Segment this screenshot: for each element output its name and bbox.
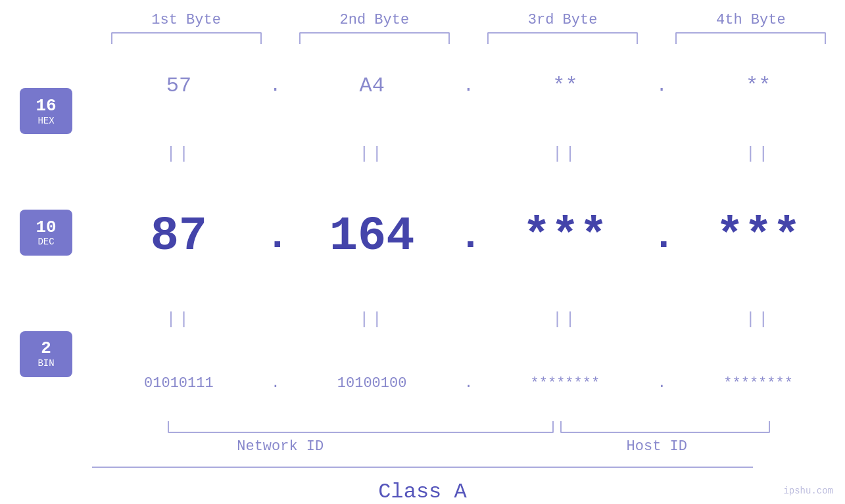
dec-b2: 164 xyxy=(285,210,459,263)
eq1-b3: || xyxy=(479,144,652,164)
eq2-b1: || xyxy=(92,309,266,329)
byte1-header: 1st Byte xyxy=(92,12,280,28)
bin-b4: ******** xyxy=(671,375,845,392)
hex-badge: 16 HEX xyxy=(20,88,72,134)
values-grid: 57 . A4 . ** . ** || || || || 87 xyxy=(92,44,845,421)
eq1-b1: || xyxy=(92,144,266,164)
bottom-brackets xyxy=(92,421,845,433)
dec-badge: 10 DEC xyxy=(20,210,72,256)
page: 1st Byte 2nd Byte 3rd Byte 4th Byte 16 H… xyxy=(0,0,845,504)
class-label: Class A xyxy=(0,480,845,504)
bin-dot-2: . xyxy=(459,375,479,392)
dec-label: DEC xyxy=(37,237,54,247)
host-bottom-bracket xyxy=(560,421,770,433)
bracket-cell-2 xyxy=(280,32,468,44)
hex-b2: A4 xyxy=(285,74,459,98)
bin-dot-1: . xyxy=(266,375,285,392)
bin-number: 2 xyxy=(41,339,51,358)
eq1-b2: || xyxy=(285,144,459,164)
base-labels: 16 HEX 10 DEC 2 BIN xyxy=(0,44,92,421)
host-id-label: Host ID xyxy=(469,438,846,455)
dec-b4: *** xyxy=(671,210,845,263)
dec-number: 10 xyxy=(36,218,56,237)
eq2-b2: || xyxy=(285,309,459,329)
bin-dot-3: . xyxy=(652,375,671,392)
hex-number: 16 xyxy=(36,97,56,116)
dec-dot-1: . xyxy=(266,214,285,259)
main-content: 16 HEX 10 DEC 2 BIN 57 . A4 . ** . ** xyxy=(0,44,845,421)
hex-b4: ** xyxy=(671,74,845,98)
bracket-cell-4 xyxy=(657,32,845,44)
full-bottom-line xyxy=(92,467,753,468)
byte4-header: 4th Byte xyxy=(657,12,845,28)
top-bracket-1 xyxy=(111,32,262,44)
network-bottom-bracket xyxy=(168,421,554,433)
byte3-header: 3rd Byte xyxy=(469,12,657,28)
bin-b2: 10100100 xyxy=(285,375,459,392)
top-brackets xyxy=(92,32,845,44)
equals-row-1: || || || || xyxy=(92,144,845,164)
bin-b1: 01010111 xyxy=(92,375,266,392)
hex-row: 57 . A4 . ** . ** xyxy=(92,74,845,98)
top-bracket-2 xyxy=(299,32,450,44)
watermark: ipshu.com xyxy=(783,486,833,496)
hex-label: HEX xyxy=(37,116,54,126)
dec-b1: 87 xyxy=(92,210,266,263)
eq1-b4: || xyxy=(671,144,845,164)
hex-dot-2: . xyxy=(459,76,479,96)
bin-badge: 2 BIN xyxy=(20,331,72,377)
bracket-cell-3 xyxy=(469,32,657,44)
dec-b3: *** xyxy=(479,210,652,263)
top-bracket-3 xyxy=(487,32,638,44)
hex-dot-1: . xyxy=(266,76,285,96)
eq2-b4: || xyxy=(671,309,845,329)
equals-row-2: || || || || xyxy=(92,309,845,329)
bin-label: BIN xyxy=(37,358,54,369)
dec-dot-3: . xyxy=(652,214,671,259)
byte-headers: 1st Byte 2nd Byte 3rd Byte 4th Byte xyxy=(92,12,845,28)
bin-b3: ******** xyxy=(479,375,652,392)
network-id-label: Network ID xyxy=(92,438,469,455)
bin-row: 01010111 . 10100100 . ******** . *******… xyxy=(92,375,845,392)
top-bracket-4 xyxy=(675,32,826,44)
hex-dot-3: . xyxy=(652,76,671,96)
bracket-cell-1 xyxy=(92,32,280,44)
bottom-labels: Network ID Host ID xyxy=(92,438,845,455)
byte2-header: 2nd Byte xyxy=(280,12,468,28)
bottom-section: Network ID Host ID xyxy=(92,421,845,461)
hex-b1: 57 xyxy=(92,74,266,98)
dec-row: 87 . 164 . *** . *** xyxy=(92,210,845,263)
eq2-b3: || xyxy=(479,309,652,329)
dec-dot-2: . xyxy=(459,214,479,259)
hex-b3: ** xyxy=(479,74,652,98)
